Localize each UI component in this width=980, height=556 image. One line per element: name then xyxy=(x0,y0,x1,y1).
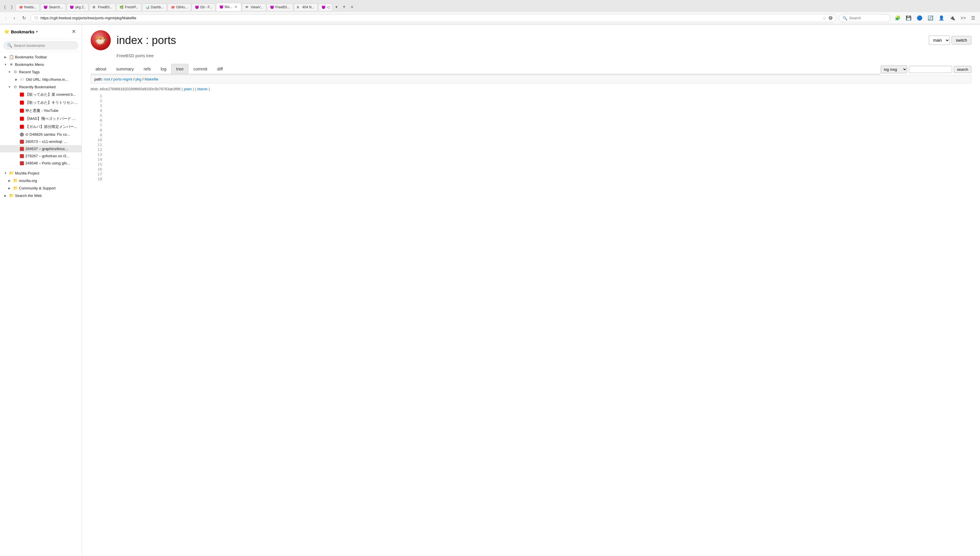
line-code xyxy=(102,147,971,152)
tab-git-f[interactable]: 😈 Git - F... xyxy=(192,3,215,11)
path-root[interactable]: root xyxy=(104,77,110,81)
nav-search-input[interactable] xyxy=(849,16,897,20)
table-row: 6 xyxy=(91,118,971,123)
nav-about[interactable]: about xyxy=(91,64,111,74)
sidebar-item-d48826[interactable]: ⊙ D48826 samba: Fix co... xyxy=(0,131,82,138)
nav-log[interactable]: log xyxy=(156,64,171,74)
sidebar-item-yt4[interactable]: 【MAD】飛べゴッドバード … xyxy=(0,115,82,123)
more-tools-btn[interactable]: >> xyxy=(959,14,968,22)
tab-arrow[interactable]: 😈 ◁ xyxy=(318,3,333,11)
sidebar-item-284537[interactable]: 284537 – graphics/linux... xyxy=(0,145,82,152)
sidebar-item-mozorg[interactable]: ▶ 📁 mozilla.org xyxy=(0,177,82,184)
tab-github[interactable]: 🐙 GitHu... xyxy=(167,3,191,11)
tab-more-btn[interactable]: ▾ xyxy=(333,3,340,10)
sidebar-item-yt3[interactable]: 神と悪魔 - YouTube xyxy=(0,107,82,115)
tab-dash[interactable]: 📊 Dashb... xyxy=(142,3,167,11)
bookmarks-title[interactable]: ⭐ Bookmarks ▾ xyxy=(4,29,68,34)
search-bookmarks-area: 🔍 xyxy=(0,39,82,52)
nav-commit[interactable]: commit xyxy=(188,64,212,74)
path-ports-mgmt[interactable]: ports-mgmt xyxy=(113,77,132,81)
nav-refs[interactable]: refs xyxy=(139,64,156,74)
sidebar-item-yt5[interactable]: 【ガルパ】節分限定メンバー... xyxy=(0,123,82,131)
tab-forward-btn[interactable]: ⟩ xyxy=(9,3,15,11)
hamburger-btn[interactable]: ☰ xyxy=(969,14,977,22)
bookmark-star-icon[interactable]: ☆ xyxy=(823,16,826,20)
address-bar[interactable]: 🛡 ☆ 🅟 xyxy=(31,14,837,22)
tab-back-btn[interactable]: ⟨ xyxy=(2,3,8,11)
nav-tree[interactable]: tree xyxy=(171,64,188,74)
folder-icon-mozorg: 📁 xyxy=(13,178,18,183)
folder-icon-mozilla: 📁 xyxy=(9,171,13,175)
profile-btn[interactable]: 👤 xyxy=(936,14,946,22)
nav-search-bar[interactable]: 🔍 xyxy=(839,14,891,22)
sidebar-item-279267[interactable]: 279267 – gofortran on i3... xyxy=(0,152,82,160)
nav-summary[interactable]: summary xyxy=(111,64,139,74)
sidebar-item-old-url[interactable]: ▶ 🏷 Old URL: http://home.in... xyxy=(0,76,82,83)
table-row: 7 xyxy=(91,123,971,128)
blob-blame-link[interactable]: blame xyxy=(198,87,207,91)
path-makefile[interactable]: Makefile xyxy=(144,77,158,81)
search-bookmarks-input[interactable] xyxy=(14,44,75,48)
forward-btn[interactable]: › xyxy=(11,14,17,22)
branch-select[interactable]: main xyxy=(929,36,950,45)
sidebar-item-community[interactable]: ▶ 📁 Community & Support xyxy=(0,184,82,192)
sidebar-item-249546[interactable]: 249546 – Ports using gfo... xyxy=(0,160,82,167)
sidebar-item-mozilla[interactable]: ▼ 📁 Mozilla Project xyxy=(0,169,82,177)
tab-404[interactable]: 𝐒 404 N... xyxy=(294,3,317,11)
switch-button[interactable]: switch xyxy=(951,36,971,45)
sidebar-item-label-yt1: 【歌ってみた】菜 covered b... xyxy=(25,92,78,97)
sidebar-item-recently-bookmarked[interactable]: ▼ ⚙ Recently Bookmarked xyxy=(0,83,82,91)
line-number: 1 xyxy=(91,94,102,98)
tab-freebs[interactable]: 🐙 freebs... xyxy=(16,3,40,11)
table-row: 12 xyxy=(91,147,971,152)
line-number: 15 xyxy=(91,162,102,167)
expand-icon-search-web: ▶ xyxy=(3,194,8,197)
cgit-search-input[interactable] xyxy=(909,66,952,73)
line-number: 18 xyxy=(91,176,102,181)
cgit-search-button[interactable]: search xyxy=(954,66,971,73)
tab-close-btn[interactable]: ✕ xyxy=(234,5,238,9)
sidebar-item-bookmarks-toolbar[interactable]: ▶ 📋 Bookmarks Toolbar xyxy=(0,53,82,61)
line-code xyxy=(102,142,971,147)
tab-pkg2[interactable]: 😈 pkg 2.. xyxy=(66,3,89,11)
tab-freebs2[interactable]: ⚙ FreeBS... xyxy=(89,3,116,11)
tab-list-btn[interactable]: ≡ xyxy=(348,3,355,10)
savepage-btn[interactable]: 💾 xyxy=(904,14,914,22)
tab-viewv[interactable]: 👁 ViewV... xyxy=(242,3,266,11)
line-code xyxy=(102,157,971,162)
yt-favicon-5 xyxy=(20,125,24,129)
repo-description: FreeBSD ports tree xyxy=(117,53,971,58)
path-pkg[interactable]: pkg xyxy=(135,77,141,81)
line-code xyxy=(102,162,971,167)
table-row: 10 xyxy=(91,137,971,142)
sidebar-close-btn[interactable]: ✕ xyxy=(70,28,78,36)
blob-plain-link[interactable]: plain xyxy=(184,87,192,91)
sidebar-item-search-web[interactable]: ▶ 📁 Search the Web xyxy=(0,192,82,199)
tab-freshp[interactable]: 🌿 FreshP... xyxy=(116,3,142,11)
sidebar-item-yt1[interactable]: 【歌ってみた】菜 covered b... xyxy=(0,91,82,99)
tab-active[interactable]: 😈 Ma... ✕ xyxy=(216,3,242,11)
sidebar-item-recent-tags[interactable]: ▼ ⚙ Recent Tags xyxy=(0,68,82,76)
sidebar-item-yt2[interactable]: 【歌ってみた】キリトリセン c... xyxy=(0,99,82,107)
sidebar-item-bookmarks-menu[interactable]: ▼ ≡ Bookmarks Menu xyxy=(0,61,82,68)
tab-freebs3[interactable]: 😈 FreeBS... xyxy=(267,3,293,11)
chevron-down-icon: ▾ xyxy=(36,30,38,34)
nav-diff[interactable]: diff xyxy=(212,64,228,74)
reload-btn[interactable]: ↻ xyxy=(20,14,28,22)
extensions-btn[interactable]: 🧩 xyxy=(893,14,902,22)
blob-hash-label: blob: xyxy=(91,87,100,91)
table-row: 17 xyxy=(91,171,971,176)
addon-btn[interactable]: 🔌 xyxy=(948,14,957,22)
address-input[interactable] xyxy=(40,16,821,20)
tab-add-btn[interactable]: + xyxy=(340,3,348,11)
back-btn[interactable]: ‹ xyxy=(3,14,9,22)
pocket-icon[interactable]: 🅟 xyxy=(829,16,833,20)
sync-btn[interactable]: 🔄 xyxy=(926,14,935,22)
line-number: 6 xyxy=(91,118,102,123)
tab-search[interactable]: 😈 Search... xyxy=(40,3,66,11)
sidebar-item-280573[interactable]: 280573 – x11-wm/lxqt: ... xyxy=(0,138,82,145)
chrome-btn[interactable]: 🔵 xyxy=(915,14,925,22)
line-number: 5 xyxy=(91,113,102,118)
cgit-search-select[interactable]: log msg author committer grep xyxy=(881,66,907,73)
search-bookmarks-input-wrapper[interactable]: 🔍 xyxy=(3,41,78,49)
